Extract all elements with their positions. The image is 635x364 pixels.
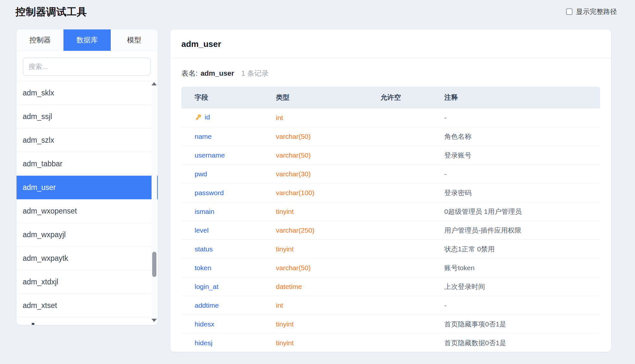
table-list-item-label: adm_wxopenset bbox=[23, 207, 77, 215]
scroll-up-icon[interactable] bbox=[152, 82, 157, 85]
table-list-item[interactable]: adm_xtset bbox=[17, 294, 158, 317]
table-list-item-label: adm_xtset bbox=[23, 301, 57, 310]
table-list-item[interactable]: adm_user bbox=[17, 176, 158, 199]
table-list: adm_sklx adm_ssjl adm_szlx adm_tabbar ad… bbox=[17, 81, 158, 317]
type-cell: int bbox=[276, 108, 380, 127]
type-cell: tinyint bbox=[276, 202, 380, 221]
field-cell: pwd bbox=[181, 165, 276, 183]
comment-cell: 首页隐藏事项0否1是 bbox=[444, 315, 600, 334]
nullable-cell bbox=[380, 296, 444, 315]
table-list-item[interactable]: adm_ssjl bbox=[17, 105, 158, 128]
schema-row: name varchar(50) 角色名称 bbox=[181, 127, 600, 146]
comment-cell: - bbox=[444, 165, 600, 183]
detail-title: adm_user bbox=[181, 39, 600, 49]
col-header-comment: 注释 bbox=[444, 87, 600, 108]
comment-cell: 用户管理员-插件应用权限 bbox=[444, 221, 600, 240]
show-full-path-toggle[interactable]: 显示完整路径 bbox=[566, 7, 617, 16]
detail-header: adm_user bbox=[170, 29, 611, 58]
schema-row: username varchar(50) 登录账号 bbox=[181, 146, 600, 165]
comment-cell: 状态1正常 0禁用 bbox=[444, 240, 600, 259]
field-name: addtime bbox=[195, 302, 219, 309]
schema-row: hidesj tinyint 首页隐藏数据0否1是 bbox=[181, 334, 600, 352]
search-input[interactable] bbox=[23, 58, 151, 76]
nullable-cell bbox=[380, 202, 444, 221]
sidebar-scrollbar[interactable] bbox=[152, 81, 157, 323]
sidebar-tab[interactable]: 控制器 bbox=[17, 29, 63, 51]
field-name: hidesx bbox=[195, 320, 214, 328]
col-header-nullable: 允许空 bbox=[380, 87, 444, 108]
field-cell: status bbox=[181, 240, 276, 259]
sidebar-tabs: 控制器 数据库 模型 bbox=[17, 29, 158, 51]
schema-table: 字段 类型 允许空 注释 id int - bbox=[181, 87, 600, 352]
field-name: username bbox=[195, 151, 225, 159]
table-name-value: adm_user bbox=[200, 69, 234, 78]
type-cell: int bbox=[276, 296, 380, 315]
table-list-item-label: adm_sklx bbox=[23, 89, 54, 97]
sidebar-panel: 控制器 数据库 模型 adm_sklx adm_ssjl adm_szlx ad… bbox=[16, 29, 158, 325]
table-list-item[interactable]: adm_wxpaytk bbox=[17, 247, 158, 270]
schema-row: token varchar(50) 账号token bbox=[181, 259, 600, 277]
nullable-cell bbox=[380, 108, 444, 127]
schema-row: login_at datetime 上次登录时间 bbox=[181, 277, 600, 296]
table-name-label: 表名: bbox=[181, 69, 198, 78]
field-name: hidesj bbox=[195, 339, 212, 347]
show-full-path-label: 显示完整路径 bbox=[576, 7, 617, 16]
field-cell: username bbox=[181, 146, 276, 165]
clipped-text-sliver bbox=[32, 323, 34, 325]
type-cell: varchar(50) bbox=[276, 127, 380, 146]
type-cell: varchar(50) bbox=[276, 146, 380, 165]
nullable-cell bbox=[380, 146, 444, 165]
type-cell: varchar(30) bbox=[276, 165, 380, 183]
field-cell: level bbox=[181, 221, 276, 240]
search-wrap bbox=[17, 51, 158, 81]
schema-row: password varchar(100) 登录密码 bbox=[181, 183, 600, 202]
table-list-item[interactable]: adm_wxopenset bbox=[17, 199, 158, 223]
type-cell: varchar(100) bbox=[276, 183, 380, 202]
scroll-down-icon[interactable] bbox=[152, 319, 157, 322]
field-name: login_at bbox=[195, 283, 219, 290]
nullable-cell bbox=[380, 277, 444, 296]
schema-row: id int - bbox=[181, 108, 600, 127]
table-list-item-label: adm_user bbox=[23, 183, 56, 192]
nullable-cell bbox=[380, 221, 444, 240]
comment-cell: 首页隐藏数据0否1是 bbox=[444, 334, 600, 352]
type-cell: tinyint bbox=[276, 315, 380, 334]
schema-row: level varchar(250) 用户管理员-插件应用权限 bbox=[181, 221, 600, 240]
key-icon bbox=[195, 114, 202, 122]
table-meta: 表名: adm_user 1 条记录 bbox=[170, 58, 611, 87]
schema-row: addtime int - bbox=[181, 296, 600, 315]
table-list-item-partial[interactable] bbox=[17, 317, 158, 325]
type-cell: varchar(50) bbox=[276, 259, 380, 277]
field-cell: hidesj bbox=[181, 334, 276, 352]
scrollbar-thumb[interactable] bbox=[152, 252, 156, 277]
comment-cell: 账号token bbox=[444, 259, 600, 277]
field-cell: addtime bbox=[181, 296, 276, 315]
comment-cell: 角色名称 bbox=[444, 127, 600, 146]
comment-cell: - bbox=[444, 108, 600, 127]
table-list-item-label: adm_tabbar bbox=[23, 160, 62, 168]
table-list-item[interactable]: adm_szlx bbox=[17, 128, 158, 152]
table-list-item[interactable]: adm_tabbar bbox=[17, 152, 158, 176]
table-list-item-label: adm_szlx bbox=[23, 136, 54, 144]
detail-panel: adm_user 表名: adm_user 1 条记录 字段 类型 允许空 注释 bbox=[170, 29, 611, 352]
comment-cell: 上次登录时间 bbox=[444, 277, 600, 296]
field-cell: name bbox=[181, 127, 276, 146]
field-cell: ismain bbox=[181, 202, 276, 221]
table-list-item[interactable]: adm_xtdxjl bbox=[17, 270, 158, 294]
field-name: level bbox=[195, 226, 209, 234]
table-list-item-label: adm_wxpayjl bbox=[23, 230, 66, 239]
sidebar-tab[interactable]: 模型 bbox=[111, 29, 158, 51]
type-cell: tinyint bbox=[276, 240, 380, 259]
field-cell: id bbox=[181, 108, 276, 127]
nullable-cell bbox=[380, 315, 444, 334]
sidebar-tab[interactable]: 数据库 bbox=[63, 29, 110, 51]
field-name: name bbox=[195, 133, 212, 140]
table-list-item[interactable]: adm_sklx bbox=[17, 81, 158, 105]
type-cell: tinyint bbox=[276, 334, 380, 352]
table-list-item[interactable]: adm_wxpayjl bbox=[17, 223, 158, 247]
show-full-path-checkbox[interactable] bbox=[566, 8, 573, 15]
col-header-type: 类型 bbox=[276, 87, 380, 108]
field-name: ismain bbox=[195, 208, 214, 215]
comment-cell: 登录账号 bbox=[444, 146, 600, 165]
field-cell: hidesx bbox=[181, 315, 276, 334]
